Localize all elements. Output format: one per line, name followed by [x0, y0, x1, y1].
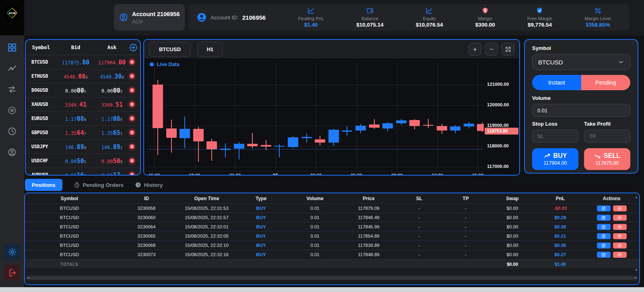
candle-body: [247, 144, 258, 146]
close-position-button[interactable]: [613, 205, 627, 211]
bid-price: 0.80505: [56, 157, 95, 165]
logout-button[interactable]: [4, 265, 20, 281]
scrollbar-thumb[interactable]: [30, 276, 634, 280]
edit-position-button[interactable]: [597, 215, 611, 221]
grid-icon: [7, 43, 17, 52]
volume-input[interactable]: [532, 104, 630, 117]
edit-position-button[interactable]: [597, 224, 611, 230]
position-row-3230073: BTCUSD 3230073 15/08/2025, 22:32:16 BUY …: [25, 250, 639, 259]
stat-margin: Margin $300.00: [475, 7, 495, 28]
close-position-button[interactable]: [613, 233, 627, 239]
watchlist-row-XAUUSD[interactable]: XAUUSD 3340.41 3340.51: [26, 97, 140, 112]
scroll-down-arrow[interactable]: ▼: [635, 268, 638, 272]
sidebar-item-dashboard[interactable]: [5, 41, 19, 54]
sidebar-item-transfers[interactable]: [5, 83, 19, 96]
remove-symbol-button[interactable]: [129, 59, 135, 65]
price-axis-label: 120000.00: [487, 102, 509, 107]
remove-symbol-button[interactable]: [129, 129, 135, 136]
fullscreen-button[interactable]: [502, 43, 514, 56]
watchlist-header-symbol: Symbol: [26, 44, 56, 50]
sidebar-item-orders[interactable]: [5, 104, 19, 117]
watchlist-row-USDJPY[interactable]: USDJPY 146.890 146.892: [26, 140, 140, 154]
clock-filled-icon: [135, 182, 141, 188]
position-row-3230060: BTCUSD 3230060 15/08/2025, 22:31:57 BUY …: [25, 213, 639, 222]
stat-label: Equity: [423, 16, 436, 21]
watchlist-row-GBPUSD[interactable]: GBPUSD 1.35647 1.35651: [26, 126, 140, 140]
totals-swap: $0.00: [507, 262, 518, 267]
chart-plot[interactable]: [147, 62, 484, 170]
close-position-button[interactable]: [613, 252, 627, 258]
sidebar-item-history[interactable]: [5, 125, 19, 138]
remove-symbol-button[interactable]: [129, 143, 135, 150]
watchlist-row-EURUSD[interactable]: EURUSD 1.17088 1.17088: [26, 112, 140, 126]
chart-symbol-tab[interactable]: BTCUSD: [149, 42, 191, 57]
tab-pending-orders[interactable]: Pending Orders: [74, 182, 124, 188]
cell-tp: -: [443, 234, 488, 238]
sidebar-item-markets[interactable]: [5, 62, 19, 75]
ask-price: 0.65174: [95, 171, 129, 176]
instant-mode-tab[interactable]: Instant: [532, 75, 581, 90]
edit-position-button[interactable]: [597, 242, 611, 249]
cell-open-time: 15/08/2025, 22:32:16: [179, 252, 234, 257]
pending-mode-tab[interactable]: Pending: [581, 75, 630, 90]
symbol-select-value: BTCUSD: [538, 59, 563, 66]
sidebar-item-profile[interactable]: [5, 146, 19, 159]
candle-wick: [428, 119, 429, 128]
scroll-up-arrow[interactable]: ▲: [635, 195, 638, 199]
watchlist-row-USDCHF[interactable]: USDCHF 0.80505 0.80508: [26, 154, 140, 168]
scroll-right-arrow[interactable]: ▶: [635, 276, 637, 280]
horizontal-scrollbar[interactable]: ◀ ▶: [26, 275, 638, 280]
sell-button[interactable]: SELL 117875.80: [584, 148, 630, 170]
edit-position-button[interactable]: [597, 205, 611, 211]
edit-position-button[interactable]: [597, 252, 611, 258]
stat-label: Balance: [361, 16, 378, 21]
watchlist-row-AUDUSD[interactable]: AUDUSD 0.65169 0.65174: [26, 168, 140, 176]
close-position-button[interactable]: [613, 242, 627, 249]
window-bottom-scrollbar[interactable]: [0, 287, 644, 292]
take-profit-input[interactable]: [584, 130, 630, 143]
remove-symbol-button[interactable]: [129, 157, 135, 164]
watchlist-symbol: ETHUSD: [26, 73, 56, 79]
time-axis-label: 21:00: [229, 173, 241, 176]
remove-symbol-button[interactable]: [129, 101, 135, 108]
current-price-tag: 118753.80: [485, 128, 518, 135]
add-symbol-button[interactable]: [129, 43, 138, 52]
order-buttons: BUY 117904.00 SELL 117875.80: [532, 148, 630, 170]
cell-id: 3230068: [114, 243, 179, 248]
symbol-select[interactable]: BTCUSD: [532, 54, 630, 70]
settings-button[interactable]: [4, 244, 20, 260]
close-position-button[interactable]: [613, 215, 627, 221]
remove-symbol-button[interactable]: [129, 172, 135, 176]
column-header-swap: Swap: [488, 196, 537, 201]
tab-positions[interactable]: Positions: [25, 179, 62, 191]
cell-sl: -: [395, 234, 443, 238]
chart-timeframe-tab[interactable]: H1: [197, 42, 223, 57]
grid-line: [147, 126, 484, 126]
grid-line: [235, 62, 235, 170]
bid-price-line: [147, 149, 484, 149]
stat-floating-pnl: Floating PnL $1.40: [298, 7, 324, 28]
edit-position-button[interactable]: [597, 233, 611, 239]
zoom-out-button[interactable]: −: [485, 43, 498, 56]
watchlist-row-DOGUSD[interactable]: DOGUSD 0.00000 0.00000: [26, 83, 140, 97]
buy-button[interactable]: BUY 117904.00: [532, 148, 578, 170]
close-position-button[interactable]: [613, 224, 627, 230]
remove-symbol-button[interactable]: [129, 87, 135, 93]
candle-body: [153, 85, 163, 128]
stop-loss-input[interactable]: [532, 130, 578, 143]
watchlist-row-BTCUSD[interactable]: BTCUSD 117875.80 117904.00: [26, 55, 140, 69]
scroll-left-arrow[interactable]: ◀: [27, 276, 29, 280]
grid-line: [147, 105, 484, 106]
cell-swap: $0.00: [488, 206, 537, 211]
remove-symbol-button[interactable]: [129, 115, 135, 122]
watchlist-symbol: XAUUSD: [26, 101, 56, 107]
tab-history[interactable]: History: [135, 182, 163, 188]
grid-line: [397, 62, 397, 170]
cell-tp: -: [443, 243, 488, 248]
account-selector[interactable]: Account 2106956 ACM: [114, 4, 185, 31]
stat-value: $10,076.54: [416, 22, 443, 28]
zoom-in-button[interactable]: +: [469, 43, 481, 56]
watchlist-row-ETHUSD[interactable]: ETHUSD 4546.080 4549.300: [26, 69, 140, 83]
candle-body: [464, 124, 474, 127]
remove-symbol-button[interactable]: [129, 73, 135, 79]
